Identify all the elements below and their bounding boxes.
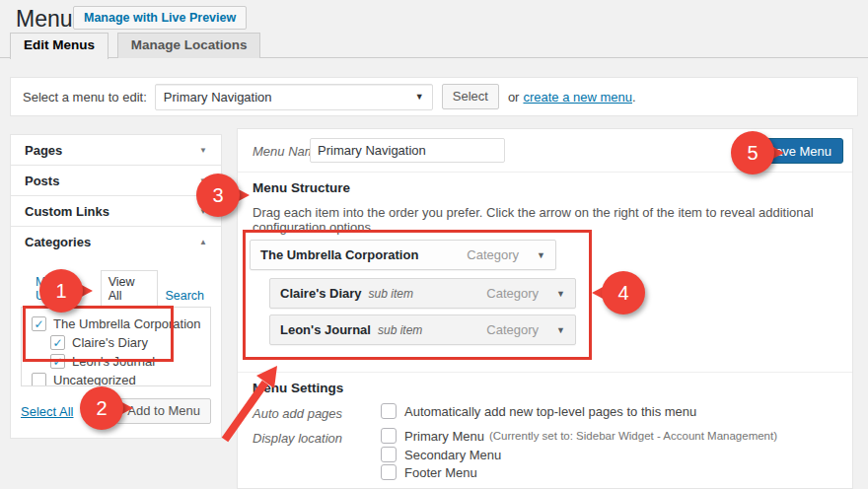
location-note: (Currently set to: Sidebar Widget - Acco… (489, 430, 777, 442)
menu-item-title: The Umbrella Corporation (260, 247, 418, 262)
selected-menu-value: Primary Navigation (164, 90, 415, 105)
callout-5: 5 (731, 131, 774, 175)
create-new-menu-link[interactable]: create a new menu (523, 90, 632, 105)
category-label: Leon's Journal (72, 354, 155, 369)
accordion-section-pages[interactable]: Pages ▼ (11, 135, 221, 166)
accordion-section-categories[interactable]: Categories ▲ (11, 227, 221, 257)
menu-structure-heading: Menu Structure (253, 180, 350, 195)
tab-manage-locations[interactable]: Manage Locations (117, 33, 261, 58)
menu-item-title: Leon's Journal (280, 322, 371, 337)
dropdown-arrow-icon: ▼ (415, 92, 424, 102)
chevron-down-icon[interactable]: ▼ (556, 289, 565, 299)
menu-structure-description: Drag each item into the order you prefer… (253, 205, 834, 235)
location-secondary-menu[interactable]: Secondary Menu (381, 447, 501, 462)
manage-live-preview-button[interactable]: Manage with Live Preview (73, 6, 247, 30)
callout-number: 5 (731, 131, 774, 175)
menu-name-input[interactable] (310, 138, 505, 163)
callout-1: 1 (39, 269, 83, 313)
menu-item-title: Claire's Diary (280, 286, 362, 301)
section-label: Posts (25, 174, 59, 188)
menu-select-bar: Select a menu to edit: Primary Navigatio… (10, 77, 858, 116)
menu-settings-heading: Menu Settings (253, 381, 343, 395)
categories-checklist: ✓ The Umbrella Corporation ✓ Claire's Di… (21, 307, 211, 386)
menu-item-type: Category (486, 322, 539, 337)
chevron-down-icon[interactable]: ▼ (537, 250, 545, 260)
wordpress-menus-page: Menus Manage with Live Preview Edit Menu… (0, 0, 868, 489)
menu-item-type: Category (486, 286, 539, 301)
category-label: Claire's Diary (72, 335, 148, 350)
auto-add-pages-option[interactable]: Automatically add new top-level pages to… (381, 403, 696, 419)
accordion-section-custom-links[interactable]: Custom Links ▼ (11, 196, 221, 227)
menu-select-dropdown[interactable]: Primary Navigation ▼ (155, 84, 433, 110)
menu-item-type: Category (467, 247, 519, 262)
category-item-umbrella[interactable]: ✓ The Umbrella Corporation (32, 314, 204, 333)
location-primary-menu[interactable]: Primary Menu (Currently set to: Sidebar … (381, 428, 777, 444)
checkbox-unchecked[interactable] (381, 403, 397, 419)
callout-2: 2 (80, 386, 123, 430)
chevron-down-icon[interactable]: ▼ (556, 325, 565, 335)
display-location-label: Display location (253, 431, 342, 446)
callout-4: 4 (602, 271, 645, 314)
sentence-period: . (632, 90, 636, 105)
callout-number: 1 (39, 269, 83, 313)
category-item-leons-journal[interactable]: ✓ Leon's Journal (32, 352, 204, 371)
auto-add-pages-label: Auto add pages (253, 406, 342, 421)
section-divider (238, 372, 852, 373)
section-label: Categories (25, 235, 91, 249)
callout-number: 3 (196, 174, 240, 217)
option-label: Footer Menu (404, 465, 477, 480)
select-all-link[interactable]: Select All (21, 404, 73, 419)
tab-edit-menus[interactable]: Edit Menus (10, 33, 108, 59)
category-label: The Umbrella Corporation (53, 316, 201, 331)
section-label: Custom Links (25, 204, 109, 219)
checkbox-unchecked[interactable] (381, 464, 397, 480)
or-text: or (508, 90, 520, 105)
select-button[interactable]: Select (442, 84, 499, 109)
chevron-down-icon: ▼ (199, 146, 207, 155)
callout-number: 2 (80, 386, 123, 430)
menu-editor-panel: Menu Name Save Menu Menu Structure Drag … (237, 128, 853, 489)
checkbox-unchecked[interactable] (381, 447, 397, 462)
location-footer-menu[interactable]: Footer Menu (381, 464, 477, 480)
callout-number: 4 (602, 271, 645, 314)
sub-item-label: sub item (369, 287, 413, 301)
option-label: Secondary Menu (404, 448, 501, 462)
sub-item-label: sub item (378, 323, 422, 337)
checkbox-unchecked[interactable] (32, 373, 46, 386)
category-label: Uncategorized (53, 373, 136, 386)
menu-item-leons-journal[interactable]: Leon's Journal sub item Category ▼ (269, 314, 576, 345)
option-label: Automatically add new top-level pages to… (404, 404, 696, 419)
checkbox-unchecked[interactable] (381, 428, 397, 444)
checkbox-checked[interactable]: ✓ (50, 335, 65, 350)
accordion-section-posts[interactable]: Posts ▼ (11, 166, 221, 196)
tab-view-all[interactable]: View All (101, 270, 159, 308)
section-label: Pages (25, 143, 62, 158)
checkbox-checked[interactable]: ✓ (32, 316, 46, 331)
menu-item-umbrella[interactable]: The Umbrella Corporation Category ▼ (250, 240, 556, 270)
callout-3: 3 (196, 174, 240, 217)
checkbox-checked[interactable]: ✓ (50, 354, 65, 369)
category-item-uncategorized[interactable]: Uncategorized (32, 371, 204, 386)
chevron-up-icon: ▲ (199, 238, 207, 246)
tab-search[interactable]: Search (158, 285, 211, 307)
menu-item-claires-diary[interactable]: Claire's Diary sub item Category ▼ (269, 278, 576, 309)
select-menu-label: Select a menu to edit: (23, 90, 147, 105)
category-item-claires-diary[interactable]: ✓ Claire's Diary (32, 333, 204, 352)
option-label: Primary Menu (404, 429, 484, 444)
nav-tabs: Edit Menus Manage Locations (0, 33, 868, 58)
